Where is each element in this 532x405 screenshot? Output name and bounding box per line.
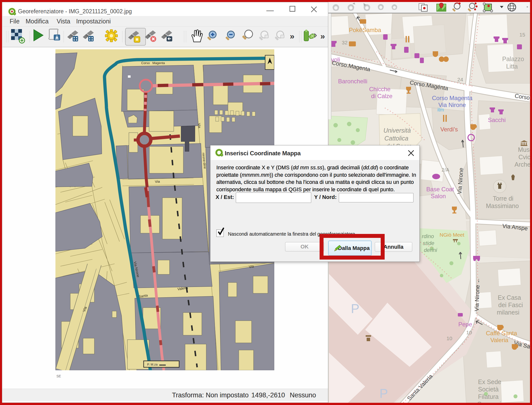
svg-text:milanesi: milanesi <box>497 309 519 316</box>
svg-text:NGiò Meet: NGiò Meet <box>440 232 464 238</box>
svg-text:Palazzo: Palazzo <box>502 55 524 62</box>
svg-text:Torre di: Torre di <box>493 195 513 202</box>
svg-text:Caffè Santa: Caffè Santa <box>486 330 517 336</box>
svg-text:derini: derini <box>424 247 437 253</box>
svg-text:P. M.za ▬▬: P. M.za ▬▬ <box>147 363 166 366</box>
svg-text:Massimiano: Massimiano <box>486 202 519 209</box>
svg-text:Base Coat: Base Coat <box>426 186 454 193</box>
svg-text:Via: Via <box>197 123 202 128</box>
svg-text:Sacchi: Sacchi <box>488 117 506 123</box>
svg-text:P: P <box>351 301 360 316</box>
svg-text:Pepe: Pepe <box>458 321 472 328</box>
svg-text:Filatura: Filatura <box>478 393 498 400</box>
svg-text:32: 32 <box>342 40 347 45</box>
svg-text:10: 10 <box>446 335 452 341</box>
svg-text:Società: Società <box>478 386 498 393</box>
svg-text:Archeolo: Archeolo <box>515 161 530 168</box>
svg-text:Corso Magenta: Corso Magenta <box>141 61 165 65</box>
svg-text:stide: stide <box>423 240 434 246</box>
svg-text:Muse: Muse <box>518 146 530 153</box>
svg-text:Via Nirone: Via Nirone <box>438 102 466 108</box>
svg-text:24: 24 <box>457 77 463 82</box>
svg-text:Verdi's: Verdi's <box>440 126 458 133</box>
svg-text:2/A: 2/A <box>442 167 449 173</box>
svg-text:»: » <box>320 31 325 41</box>
svg-text:Via: Via <box>155 179 160 184</box>
svg-text:15: 15 <box>519 32 525 37</box>
svg-text:Via Nirone ←: Via Nirone ← <box>473 278 481 311</box>
svg-text:Cvico: Cvico <box>518 154 530 160</box>
svg-text:Università: Università <box>383 127 411 134</box>
svg-text:Salon: Salon <box>431 193 446 199</box>
svg-text:di Calze: di Calze <box>371 93 393 99</box>
svg-text:Litta: Litta <box>506 63 518 70</box>
svg-text:Baronchelli: Baronchelli <box>338 78 367 85</box>
svg-text:Cascami: Cascami <box>477 401 501 403</box>
svg-text:Via: Via <box>249 264 254 269</box>
svg-text:10: 10 <box>466 330 472 335</box>
svg-text:PokěSamba: PokěSamba <box>349 27 381 33</box>
svg-text:rdino: rdino <box>422 233 434 239</box>
svg-text:Valeria: Valeria <box>490 337 509 343</box>
svg-text:Cattolica: Cattolica <box>384 135 408 142</box>
svg-text:Ex Casa: Ex Casa <box>498 294 521 301</box>
svg-text:Ex Sede: Ex Sede <box>478 378 501 385</box>
svg-text:»: » <box>290 31 294 41</box>
svg-text:dei Fasci: dei Fasci <box>498 301 523 308</box>
svg-text:P: P <box>379 386 388 401</box>
svg-text:Corso Magenta: Corso Magenta <box>432 95 473 101</box>
svg-text:Chicche: Chicche <box>369 86 391 92</box>
